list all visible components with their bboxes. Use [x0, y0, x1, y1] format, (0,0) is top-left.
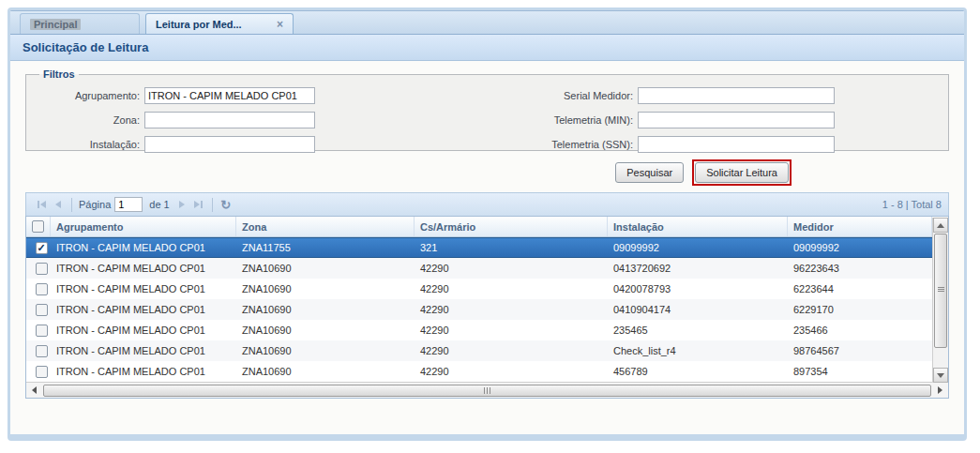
row-checkbox-cell: ✓ — [26, 237, 51, 258]
row-checkbox[interactable] — [36, 325, 48, 337]
page-title: Solicitação de Leitura — [10, 35, 964, 61]
close-icon[interactable]: × — [277, 20, 283, 29]
table-row[interactable]: ITRON - CAPIM MELADO CP01ZNA106904229004… — [26, 279, 932, 299]
cell-instalacao: 09099992 — [608, 237, 788, 258]
serial-medidor-input[interactable] — [638, 87, 835, 104]
previous-page-icon[interactable] — [50, 197, 67, 212]
table-row[interactable]: ITRON - CAPIM MELADO CP01ZNA106904229004… — [26, 258, 932, 279]
table-row[interactable]: ITRON - CAPIM MELADO CP01ZNA106904229023… — [26, 320, 932, 340]
scroll-down-icon[interactable] — [933, 368, 948, 383]
cell-zona: ZNA10690 — [236, 340, 415, 361]
cell-medidor: 235466 — [788, 320, 932, 340]
cell-agrupamento: ITRON - CAPIM MELADO CP01 — [51, 361, 236, 382]
tab-bar: Principal Leitura por Med... × — [10, 10, 964, 35]
table-row[interactable]: ✓ITRON - CAPIM MELADO CP01ZNA11755321090… — [26, 237, 932, 258]
column-header-zona[interactable]: Zona — [236, 217, 415, 236]
row-checkbox[interactable] — [36, 345, 48, 357]
row-checkbox-cell — [26, 279, 51, 299]
cell-cs-armario: 42290 — [415, 340, 608, 361]
select-all-checkbox[interactable] — [32, 220, 44, 233]
cell-zona: ZNA10690 — [236, 299, 415, 320]
scroll-up-icon[interactable] — [933, 218, 948, 233]
cell-instalacao: 0410904174 — [608, 299, 788, 320]
cell-instalacao: 456789 — [608, 361, 788, 382]
scroll-right-icon[interactable] — [933, 384, 947, 398]
pesquisar-button[interactable]: Pesquisar — [615, 162, 684, 183]
column-header-instalacao[interactable]: Instalação — [608, 217, 788, 236]
grid-header-row: Agrupamento Zona Cs/Armário Instalação M… — [26, 217, 932, 237]
filters-legend: Filtros — [39, 68, 79, 80]
cell-medidor: 897354 — [788, 361, 932, 382]
pager-separator — [212, 198, 213, 212]
row-checkbox-cell — [26, 299, 51, 320]
horizontal-scrollbar[interactable] — [26, 382, 948, 398]
cell-medidor: 98764567 — [788, 340, 932, 361]
horizontal-scrollbar-thumb[interactable] — [43, 385, 931, 397]
cell-instalacao: Check_list_r4 — [608, 340, 788, 361]
refresh-icon[interactable]: ↻ — [218, 197, 234, 212]
row-checkbox-cell — [26, 340, 51, 361]
last-page-icon[interactable] — [190, 197, 207, 212]
filters-right-column: Serial Medidor: Telemetria (MIN): Teleme… — [495, 85, 835, 154]
cell-cs-armario: 42290 — [415, 279, 608, 299]
row-checkbox[interactable] — [36, 283, 48, 295]
table-row[interactable]: ITRON - CAPIM MELADO CP01ZNA1069042290Ch… — [26, 340, 932, 361]
zona-label: Zona: — [39, 114, 144, 126]
column-header-medidor[interactable]: Medidor — [788, 217, 932, 236]
cell-agrupamento: ITRON - CAPIM MELADO CP01 — [51, 340, 236, 361]
cell-instalacao: 235465 — [608, 320, 788, 340]
content-area: Filtros Agrupamento: Zona: Instalação: — [10, 61, 964, 441]
cell-agrupamento: ITRON - CAPIM MELADO CP01 — [51, 320, 236, 340]
cell-medidor: 96223643 — [788, 258, 932, 279]
page-number-input[interactable] — [114, 197, 143, 212]
telemetria-ssn-label: Telemetria (SSN): — [495, 139, 638, 150]
field-telemetria-ssn: Telemetria (SSN): — [495, 134, 835, 154]
cell-zona: ZNA10690 — [236, 361, 415, 382]
field-instalacao: Instalação: — [39, 134, 315, 154]
filters-form: Agrupamento: Zona: Instalação: — [34, 85, 941, 154]
tab-leitura-por-medidor[interactable]: Leitura por Med... × — [145, 13, 294, 34]
solicitar-leitura-button[interactable]: Solicitar Leitura — [695, 162, 789, 183]
cell-zona: ZNA10690 — [236, 258, 415, 279]
pager-separator — [71, 198, 72, 212]
cell-instalacao: 0420078793 — [608, 279, 788, 299]
next-page-icon[interactable] — [173, 197, 190, 212]
filters-fieldset: Filtros Agrupamento: Zona: Instalação: — [25, 68, 949, 151]
agrupamento-label: Agrupamento: — [39, 90, 144, 101]
tab-principal[interactable]: Principal — [20, 13, 140, 34]
telemetria-ssn-input[interactable] — [638, 136, 835, 153]
table-row[interactable]: ITRON - CAPIM MELADO CP01ZNA106904229004… — [26, 299, 932, 320]
cell-zona: ZNA10690 — [236, 279, 415, 299]
telemetria-min-label: Telemetria (MIN): — [495, 114, 638, 126]
row-checkbox[interactable] — [36, 304, 48, 316]
row-checkbox-cell — [26, 258, 51, 279]
cell-medidor: 6229170 — [788, 299, 932, 320]
cell-cs-armario: 42290 — [415, 320, 608, 340]
vertical-scrollbar-thumb[interactable] — [934, 234, 947, 348]
agrupamento-input[interactable] — [144, 87, 315, 104]
cell-medidor: 6223644 — [788, 279, 932, 299]
first-page-icon[interactable] — [33, 197, 50, 212]
column-header-cs-armario[interactable]: Cs/Armário — [415, 217, 608, 236]
cell-agrupamento: ITRON - CAPIM MELADO CP01 — [51, 237, 236, 258]
row-checkbox[interactable]: ✓ — [36, 242, 48, 254]
field-serial-medidor: Serial Medidor: — [495, 85, 835, 105]
row-checkbox[interactable] — [36, 366, 48, 378]
field-telemetria-min: Telemetria (MIN): — [495, 110, 835, 129]
cell-agrupamento: ITRON - CAPIM MELADO CP01 — [51, 279, 236, 299]
instalacao-input[interactable] — [144, 136, 315, 153]
scroll-left-icon[interactable] — [27, 384, 41, 398]
serial-medidor-label: Serial Medidor: — [495, 90, 638, 101]
application-window: Principal Leitura por Med... × Solicitaç… — [0, 0, 980, 453]
table-row[interactable]: ITRON - CAPIM MELADO CP01ZNA106904229045… — [26, 361, 932, 382]
cell-cs-armario: 42290 — [415, 299, 608, 320]
row-checkbox[interactable] — [36, 263, 48, 275]
zona-input[interactable] — [144, 112, 315, 128]
column-header-agrupamento[interactable]: Agrupamento — [51, 217, 236, 236]
vertical-scrollbar[interactable] — [932, 218, 948, 383]
cell-agrupamento: ITRON - CAPIM MELADO CP01 — [51, 258, 236, 279]
telemetria-min-input[interactable] — [638, 112, 835, 128]
tab-active-label: Leitura por Med... — [156, 19, 242, 30]
cell-agrupamento: ITRON - CAPIM MELADO CP01 — [51, 299, 236, 320]
solicitar-leitura-highlight: Solicitar Leitura — [692, 159, 792, 186]
